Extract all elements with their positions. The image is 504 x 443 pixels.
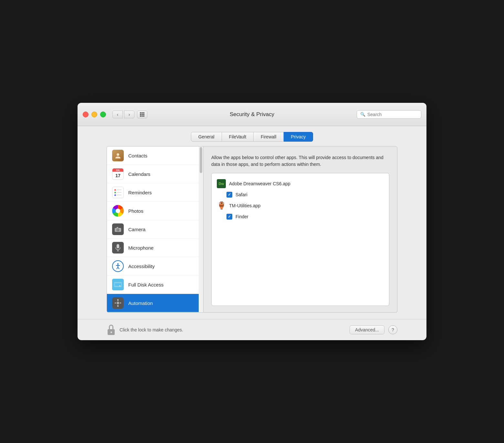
grid-dot: [140, 115, 141, 117]
sidebar-item-accessibility[interactable]: Accessibility: [107, 257, 199, 276]
microphone-icon-shape: [112, 242, 124, 254]
svg-point-16: [120, 286, 121, 286]
sidebar-label-contacts: Contacts: [128, 153, 147, 158]
grid-dot: [142, 112, 143, 113]
grid-dot: [140, 114, 141, 115]
app-row-safari: ✓ Safari: [217, 190, 384, 199]
reminder-dot-green: [114, 192, 116, 193]
sidebar-item-microphone[interactable]: Microphone: [107, 239, 199, 257]
sidebar-item-automation[interactable]: Automation: [107, 294, 199, 312]
contacts-icon: [112, 150, 124, 161]
reminder-line-3: [114, 194, 121, 196]
maximize-button[interactable]: [100, 112, 106, 117]
automation-icon-shape: [112, 297, 124, 309]
reminder-line-2: [114, 192, 121, 193]
grid-icon: [140, 112, 144, 117]
lock-keyhole: [110, 331, 112, 333]
sidebar-item-photos[interactable]: Photos: [107, 202, 199, 220]
sidebar-label-full-disk-access: Full Disk Access: [128, 282, 163, 287]
microphone-svg: [115, 244, 121, 252]
tab-general[interactable]: General: [191, 132, 222, 142]
app-row-tm-utilities: 🏺 TM-Utilities.app: [217, 199, 384, 212]
grid-dot: [143, 115, 144, 117]
microphone-icon: [112, 242, 124, 254]
sidebar-label-microphone: Microphone: [128, 245, 153, 251]
sidebar-item-camera[interactable]: Camera: [107, 220, 199, 239]
tab-firewall[interactable]: Firewall: [254, 132, 284, 142]
grid-dot: [140, 112, 141, 113]
lock-icon[interactable]: [107, 325, 116, 335]
reminder-dot-blue: [114, 194, 116, 196]
sidebar-label-reminders: Reminders: [128, 190, 152, 195]
minimize-button[interactable]: [91, 112, 97, 117]
app-row-dreamweaver: Dw Adobe Dreamweaver CS6.app: [217, 177, 384, 190]
nav-buttons: ‹ ›: [112, 111, 134, 118]
reminder-dot-red: [114, 189, 116, 191]
forward-button[interactable]: ›: [124, 111, 134, 118]
advanced-button[interactable]: Advanced...: [350, 325, 384, 334]
close-button[interactable]: [83, 112, 89, 117]
svg-point-3: [117, 229, 119, 231]
disk-icon: [112, 279, 124, 290]
svg-rect-20: [115, 303, 116, 304]
accessibility-icon-shape: [112, 260, 124, 272]
lock-text: Click the lock to make changes.: [120, 327, 183, 332]
automation-icon: [112, 297, 124, 309]
svg-point-0: [117, 153, 119, 156]
photos-icon: [112, 205, 124, 217]
disk-icon-shape: [112, 279, 124, 290]
dreamweaver-icon: Dw: [217, 179, 226, 188]
checkbox-check-icon: ✓: [228, 192, 231, 197]
cal-body: 17: [112, 172, 123, 179]
svg-rect-4: [117, 227, 118, 228]
sidebar-list: Contacts JUL 17 Calendars: [107, 146, 199, 312]
reminders-icon-shape: [112, 187, 124, 198]
tm-utilities-label: TM-Utilities.app: [229, 203, 260, 208]
help-button[interactable]: ?: [388, 325, 397, 334]
apps-list: Dw Adobe Dreamweaver CS6.app ✓ Safari 🏺 …: [211, 173, 389, 306]
tab-filevault[interactable]: FileVault: [222, 132, 254, 142]
automation-svg: [114, 299, 122, 307]
main-content: Contacts JUL 17 Calendars: [78, 146, 426, 319]
photos-icon-shape: [112, 205, 124, 217]
checkbox-check-icon-finder: ✓: [228, 214, 231, 219]
svg-rect-25: [117, 305, 119, 307]
scrollbar-thumb[interactable]: [200, 147, 202, 173]
reminder-line-blue: [117, 195, 121, 195]
calendars-icon-shape: JUL 17: [112, 168, 124, 180]
svg-rect-21: [120, 303, 121, 304]
sidebar-item-reminders[interactable]: Reminders: [107, 183, 199, 202]
contacts-svg: [114, 152, 121, 159]
search-icon: 🔍: [360, 112, 365, 117]
camera-icon-shape: [112, 223, 124, 235]
svg-point-5: [120, 228, 120, 229]
scrollbar-track[interactable]: [199, 146, 203, 312]
accessibility-svg: [114, 263, 121, 270]
grid-dot: [142, 115, 143, 117]
accessibility-icon: [112, 260, 124, 272]
traffic-lights: [83, 112, 106, 117]
dreamweaver-label: Adobe Dreamweaver CS6.app: [229, 181, 290, 186]
sidebar-label-automation: Automation: [128, 300, 153, 306]
app-row-finder: ✓ Finder: [217, 212, 384, 221]
sidebar-item-calendars[interactable]: JUL 17 Calendars: [107, 165, 199, 183]
sidebar-scroll: Contacts JUL 17 Calendars: [107, 146, 203, 312]
grid-dot: [143, 114, 144, 115]
sidebar-item-contacts[interactable]: Contacts: [107, 146, 199, 165]
grid-button[interactable]: [137, 111, 147, 118]
safari-checkbox[interactable]: ✓: [226, 192, 232, 198]
disk-svg: [113, 281, 122, 288]
svg-rect-24: [117, 299, 119, 301]
tab-privacy[interactable]: Privacy: [284, 132, 313, 142]
main-window: ‹ › Security & Privacy 🔍 General Fi: [78, 103, 426, 340]
back-button[interactable]: ‹: [112, 111, 123, 118]
finder-checkbox[interactable]: ✓: [226, 214, 232, 220]
sidebar-label-accessibility: Accessibility: [128, 264, 155, 269]
sidebar-item-full-disk-access[interactable]: Full Disk Access: [107, 276, 199, 294]
camera-svg: [114, 226, 121, 232]
search-input[interactable]: [367, 112, 418, 117]
photos-inner: [116, 209, 120, 213]
contacts-icon-shape: [112, 150, 124, 161]
sidebar-label-calendars: Calendars: [128, 171, 150, 177]
sidebar-label-camera: Camera: [128, 227, 145, 232]
